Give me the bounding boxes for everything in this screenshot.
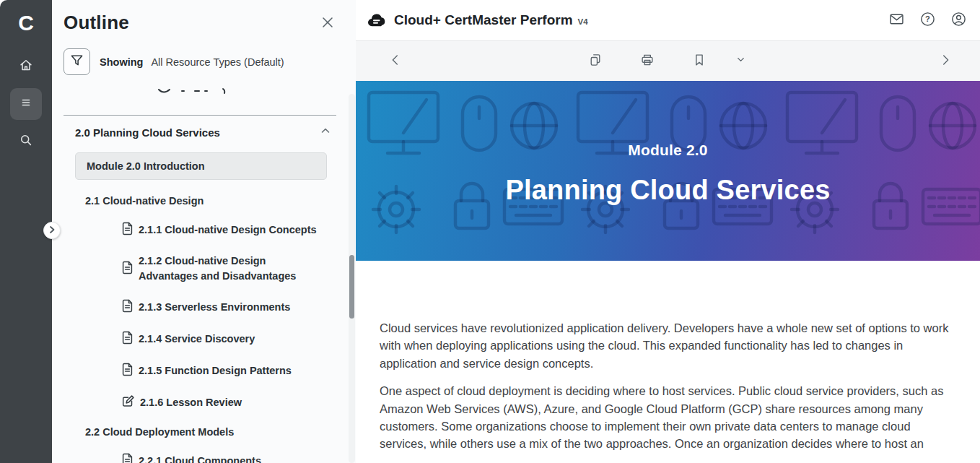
outline-item-2-1-4[interactable]: 2.1.4 Service Discovery <box>121 331 323 347</box>
outline-divider <box>64 115 336 116</box>
outline-panel-title: Outline <box>64 12 129 34</box>
lesson-paragraph: One aspect of cloud deployment is decidi… <box>380 382 958 452</box>
outline-item-2-1[interactable]: 2.1 Cloud-native Design <box>85 195 356 207</box>
home-button[interactable] <box>10 51 42 82</box>
outline-item-label: 2.1.3 Serverless Environments <box>139 300 290 315</box>
previous-page-button[interactable] <box>383 49 408 74</box>
chevron-up-icon <box>320 125 331 139</box>
document-icon <box>121 331 139 347</box>
document-icon <box>121 363 139 379</box>
edit-icon <box>121 394 140 411</box>
help-icon: ? <box>919 11 936 30</box>
printer-icon <box>639 52 655 71</box>
outline-item-label: 2.1.5 Function Design Patterns <box>139 363 292 378</box>
chevron-right-icon <box>48 224 56 237</box>
main-header: Cloud+ CertMaster Perform V4 ? <box>356 0 980 41</box>
help-button[interactable]: ? <box>918 11 937 30</box>
outline-item-2-1-3[interactable]: 2.1.3 Serverless Environments <box>121 299 323 316</box>
account-button[interactable] <box>949 11 968 30</box>
document-icon <box>121 299 139 316</box>
outline-item-label: 2.1.4 Service Discovery <box>139 332 255 347</box>
print-button[interactable] <box>635 49 660 74</box>
chevron-right-icon <box>937 52 953 71</box>
close-icon <box>321 19 334 31</box>
outline-item-2-1-6[interactable]: 2.1.6 Lesson Review <box>121 394 323 411</box>
app-window: C Outline <box>0 0 980 463</box>
search-button[interactable] <box>10 126 42 157</box>
bookmark-menu-button[interactable] <box>729 49 753 74</box>
outline-item-label: 2.1.6 Lesson Review <box>140 395 242 410</box>
copy-icon <box>587 52 603 71</box>
outline-item-label: 2.2.1 Cloud Components <box>139 454 261 463</box>
outline-item-2-1-2[interactable]: 2.1.2 Cloud-native Design Advantages and… <box>121 254 323 284</box>
filter-row: Showing All Resource Types (Default) <box>64 48 356 75</box>
main-area: Cloud+ CertMaster Perform V4 ? <box>356 0 980 463</box>
app-title: Cloud+ CertMaster Perform <box>394 12 573 28</box>
outline-item-2-2-1[interactable]: 2.2.1 Cloud Components <box>121 453 323 463</box>
messages-button[interactable] <box>887 11 906 30</box>
bookmark-icon <box>691 52 707 71</box>
document-icon <box>121 453 139 463</box>
filter-button[interactable] <box>64 48 90 75</box>
funnel-icon <box>70 53 84 70</box>
document-icon <box>121 222 139 238</box>
app-version: V4 <box>578 14 588 26</box>
lesson-paragraph: Cloud services have revolutionized appli… <box>380 319 958 372</box>
outline-section-2-0[interactable]: 2.0 Planning Cloud Services <box>52 124 356 140</box>
caret-down-icon <box>735 54 746 68</box>
outline-scrollbar-thumb[interactable] <box>349 255 354 319</box>
module-banner: Module 2.0 Planning Cloud Services <box>356 81 980 261</box>
panel-expand-button[interactable] <box>43 222 61 239</box>
user-icon <box>950 11 967 30</box>
outline-item-2-1-5[interactable]: 2.1.5 Function Design Patterns <box>121 363 323 379</box>
mail-icon <box>888 11 905 30</box>
brand: Cloud+ CertMaster Perform V4 <box>367 12 588 28</box>
next-page-button[interactable] <box>933 49 958 74</box>
comptia-logo: C <box>9 9 43 38</box>
outline-item-module-2-0-introduction[interactable]: Module 2.0 Introduction <box>75 152 327 180</box>
copy-button[interactable] <box>583 49 608 74</box>
outline-item-label: 2.1.1 Cloud-native Design Concepts <box>139 222 317 238</box>
document-icon <box>121 261 139 277</box>
clipped-outline-row <box>153 87 247 96</box>
home-icon <box>18 57 34 76</box>
bookmark-button[interactable] <box>687 49 712 74</box>
outline-panel: Outline Showing All Resource Types (Defa… <box>52 0 356 463</box>
outline-item-2-2[interactable]: 2.2 Cloud Deployment Models <box>85 426 356 438</box>
cloud-logo-icon <box>367 13 387 28</box>
outline-toggle-button[interactable] <box>10 88 42 120</box>
outline-list: 2.0 Planning Cloud Services Module 2.0 I… <box>52 124 356 463</box>
close-outline-button[interactable] <box>321 16 336 30</box>
filter-value[interactable]: All Resource Types (Default) <box>151 56 284 68</box>
banner-title: Planning Cloud Services <box>505 175 830 206</box>
svg-text:?: ? <box>925 14 930 23</box>
search-icon <box>18 132 34 151</box>
outline-item-2-1-1[interactable]: 2.1.1 Cloud-native Design Concepts <box>121 222 323 238</box>
section-title: 2.0 Planning Cloud Services <box>75 126 220 139</box>
banner-module-label: Module 2.0 <box>628 142 708 159</box>
chevron-left-icon <box>388 52 403 71</box>
outline-item-label: 2.1.2 Cloud-native Design Advantages and… <box>139 254 323 284</box>
lesson-content: Cloud services have revolutionized appli… <box>356 261 980 463</box>
menu-icon <box>18 95 34 113</box>
showing-label: Showing <box>100 56 143 68</box>
content-toolbar <box>356 41 980 81</box>
